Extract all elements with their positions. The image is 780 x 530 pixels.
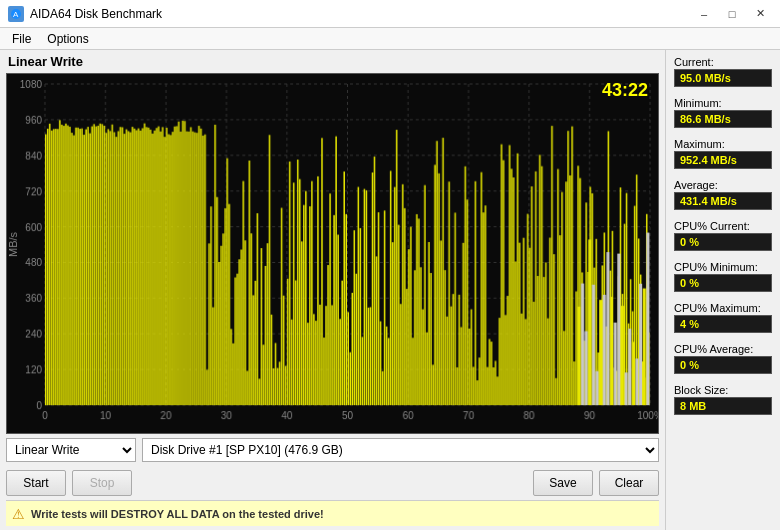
maximize-button[interactable]: □ [720,6,744,22]
stat-maximum: Maximum: 952.4 MB/s [674,138,772,173]
right-panel: Current: 95.0 MB/s Minimum: 86.6 MB/s Ma… [665,50,780,530]
cpu-average-label: CPU% Average: [674,343,772,355]
stop-button[interactable]: Stop [72,470,132,496]
stat-cpu-maximum: CPU% Maximum: 4 % [674,302,772,337]
maximum-value: 952.4 MB/s [674,151,772,169]
stat-block-size: Block Size: 8 MB [674,384,772,419]
button-row: Start Stop Save Clear [6,466,659,500]
window-title: AIDA64 Disk Benchmark [30,7,162,21]
stat-cpu-average: CPU% Average: 0 % [674,343,772,378]
menu-bar: File Options [0,28,780,50]
warning-bar: ⚠ Write tests will DESTROY ALL DATA on t… [6,500,659,526]
chart-title: Linear Write [6,54,659,69]
stat-average: Average: 431.4 MB/s [674,179,772,214]
stat-minimum: Minimum: 86.6 MB/s [674,97,772,132]
maximum-label: Maximum: [674,138,772,150]
average-value: 431.4 MB/s [674,192,772,210]
app-icon: A [8,6,24,22]
current-value: 95.0 MB/s [674,69,772,87]
block-size-label: Block Size: [674,384,772,396]
cpu-minimum-label: CPU% Minimum: [674,261,772,273]
stat-cpu-minimum: CPU% Minimum: 0 % [674,261,772,296]
main-content: Linear Write 43:22 Linear Write Linear R… [0,50,780,530]
minimum-value: 86.6 MB/s [674,110,772,128]
controls-row: Linear Write Linear Read Random Write Ra… [6,434,659,466]
options-menu[interactable]: Options [39,30,96,47]
cpu-minimum-value: 0 % [674,274,772,292]
cpu-current-value: 0 % [674,233,772,251]
stat-current: Current: 95.0 MB/s [674,56,772,91]
save-button[interactable]: Save [533,470,593,496]
chart-area: 43:22 [6,73,659,434]
warning-text: Write tests will DESTROY ALL DATA on the… [31,508,324,520]
file-menu[interactable]: File [4,30,39,47]
left-panel: Linear Write 43:22 Linear Write Linear R… [0,50,665,530]
stat-cpu-current: CPU% Current: 0 % [674,220,772,255]
timer-label: 43:22 [602,80,648,101]
chart-canvas [7,74,658,433]
mode-select[interactable]: Linear Write Linear Read Random Write Ra… [6,438,136,462]
average-label: Average: [674,179,772,191]
cpu-maximum-value: 4 % [674,315,772,333]
minimum-label: Minimum: [674,97,772,109]
svg-text:A: A [13,10,19,19]
cpu-average-value: 0 % [674,356,772,374]
cpu-maximum-label: CPU% Maximum: [674,302,772,314]
clear-button[interactable]: Clear [599,470,659,496]
current-label: Current: [674,56,772,68]
disk-select[interactable]: Disk Drive #1 [SP PX10] (476.9 GB) [142,438,659,462]
minimize-button[interactable]: – [692,6,716,22]
title-controls: – □ ✕ [692,6,772,22]
block-size-value: 8 MB [674,397,772,415]
warning-icon: ⚠ [12,506,25,522]
start-button[interactable]: Start [6,470,66,496]
close-button[interactable]: ✕ [748,6,772,22]
title-bar: A AIDA64 Disk Benchmark – □ ✕ [0,0,780,28]
title-bar-left: A AIDA64 Disk Benchmark [8,6,162,22]
cpu-current-label: CPU% Current: [674,220,772,232]
